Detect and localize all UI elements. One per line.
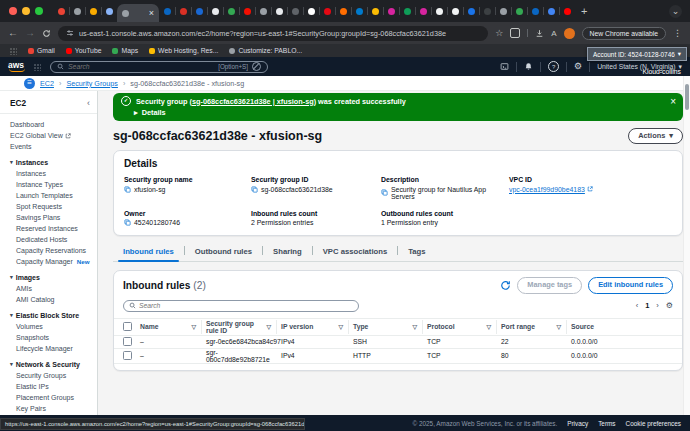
table-settings-gear-icon[interactable]: ⚙ [666,302,673,310]
browser-tab[interactable] [399,3,415,19]
page-scrollbar[interactable] [683,76,690,415]
tab-search-icon[interactable]: ⌄ [669,5,682,18]
sidebar-item-ami-catalog[interactable]: AMI Catalog [16,294,97,305]
browser-tab[interactable] [85,3,101,19]
sidebar-item-dashboard[interactable]: Dashboard [10,119,97,130]
filter-icon[interactable]: ▽ [556,323,561,330]
tab-vpc-associations[interactable]: VPC associations [313,245,398,261]
new-chrome-available-button[interactable]: New Chrome available [582,27,666,40]
browser-tab[interactable] [319,3,335,19]
row-checkbox[interactable] [123,337,132,346]
sidebar-item-instance-types[interactable]: Instance Types [16,179,97,190]
settings-gear-icon[interactable]: ⚙ [574,62,582,71]
sidebar-item-security-groups[interactable]: Security Groups [16,370,97,381]
apps-grid-icon[interactable] [9,47,17,55]
browser-tab[interactable] [271,3,287,19]
forward-icon[interactable]: → [25,28,35,38]
sidebar-item-dedicated-hosts[interactable]: Dedicated Hosts [16,234,97,245]
flash-details-toggle[interactable]: ▸ Details [134,108,661,117]
back-icon[interactable]: ← [8,28,18,38]
sidebar-item-instances[interactable]: Instances [16,168,97,179]
flash-close-icon[interactable]: × [670,97,676,107]
manage-tags-button[interactable]: Manage tags [517,277,582,293]
browser-tab[interactable] [543,3,559,19]
extensions-icon[interactable] [510,28,520,38]
account-id-tooltip[interactable]: Account ID: 4524-0128-0746 ▾ [587,47,687,61]
sidebar-item-key-pairs[interactable]: Key Pairs [16,403,97,414]
filter-icon[interactable]: ▽ [191,323,196,330]
console-search-input[interactable] [68,63,214,70]
vpc-id-link[interactable]: vpc-0cea1f99d90be4183 [509,186,593,193]
breadcrumb-security-groups-link[interactable]: Security Groups [66,79,118,88]
browser-tab[interactable] [207,3,223,19]
copy-icon[interactable] [251,186,258,193]
browser-tab[interactable] [191,3,207,19]
column-header-type[interactable]: Type▽ [353,320,423,334]
column-header-ip-version[interactable]: IP version▽ [281,320,349,334]
page-prev-icon[interactable]: ‹ [636,301,639,310]
console-search[interactable]: [Option+S] [50,61,268,73]
browser-tab[interactable] [367,3,383,19]
browser-tab[interactable] [101,3,117,19]
sidebar-item-snapshots[interactable]: Snapshots [16,332,97,343]
sidebar-item-ec2-global-view[interactable]: EC2 Global View [10,130,97,141]
bookmark-customize[interactable]: Customize: PABLO... [229,47,302,54]
minimize-window-icon[interactable] [22,7,30,15]
row-checkbox[interactable] [123,351,132,360]
sidebar-item-elastic-ips[interactable]: Elastic IPs [16,381,97,392]
edit-inbound-rules-button[interactable]: Edit inbound rules [588,277,673,293]
sidebar-item-amis[interactable]: AMIs [16,283,97,294]
actions-button[interactable]: Actions ▾ [628,128,683,144]
sidebar-section-elastic-block-store[interactable]: ▾Elastic Block Store [10,310,97,321]
browser-tab[interactable] [559,3,575,19]
sidebar-collapse-icon[interactable]: ‹ [87,98,90,108]
filter-icon[interactable]: ▽ [412,323,417,330]
page-number[interactable]: 1 [645,301,649,310]
browser-tab[interactable] [239,3,255,19]
aws-logo[interactable]: aws [8,61,24,73]
notifications-bell-icon[interactable] [524,62,533,71]
cloudshell-icon[interactable] [500,62,509,71]
tab-close-icon[interactable]: × [149,9,154,18]
site-info-icon[interactable] [66,29,74,37]
account-menu-label[interactable]: Kloud-collins [642,68,681,75]
sidebar-item-spot-requests[interactable]: Spot Requests [16,201,97,212]
bookmark-web-hosting[interactable]: Web Hosting, Res... [149,47,218,54]
sidebar-item-launch-templates[interactable]: Launch Templates [16,190,97,201]
browser-tab-active[interactable]: × [117,4,159,22]
column-header-port-range[interactable]: Port range▽ [501,320,567,334]
copy-icon[interactable] [124,186,131,193]
browser-menu-icon[interactable]: ⋮ [673,28,682,38]
url-input[interactable] [79,29,480,38]
sidebar-item-capacity-manager[interactable]: Capacity ManagerNew [16,256,97,267]
sidebar-item-placement-groups[interactable]: Placement Groups [16,392,97,403]
profile-avatar[interactable] [564,28,575,39]
rules-search-input[interactable] [139,302,353,309]
footer-cookie-preferences-link[interactable]: Cookie preferences [626,420,681,427]
browser-tab[interactable] [431,3,447,19]
bookmark-gmail[interactable]: Gmail [28,47,55,54]
footer-privacy-link[interactable]: Privacy [567,420,588,427]
shortcut-toggle-icon[interactable] [252,62,261,71]
browser-tab[interactable] [495,3,511,19]
browser-tab[interactable] [159,3,175,19]
filter-icon[interactable]: ▽ [338,323,343,330]
sidebar-item-reserved-instances[interactable]: Reserved Instances [16,223,97,234]
browser-tab[interactable] [53,3,69,19]
select-all-checkbox[interactable] [123,322,132,331]
new-tab-button[interactable]: + [581,5,587,17]
browser-tab[interactable] [255,3,271,19]
column-header-name[interactable]: Name▽ [140,320,202,334]
bookmark-youtube[interactable]: YouTube [66,47,102,54]
sidebar-section-instances[interactable]: ▾Instances [10,157,97,168]
browser-tab[interactable] [383,3,399,19]
sidebar-item-capacity-reservations[interactable]: Capacity Reservations [16,245,97,256]
tab-outbound-rules[interactable]: Outbound rules [185,245,262,261]
browser-tab[interactable] [175,3,191,19]
browser-tab[interactable] [335,3,351,19]
table-row[interactable]: – sgr-0b0c7dd8e92b8721e IPv4 HTTP TCP 80… [114,348,682,363]
console-menu-icon[interactable]: ≡ [24,78,35,89]
browser-tab[interactable] [511,3,527,19]
filter-icon[interactable]: ▽ [486,323,491,330]
address-bar[interactable] [58,26,488,41]
